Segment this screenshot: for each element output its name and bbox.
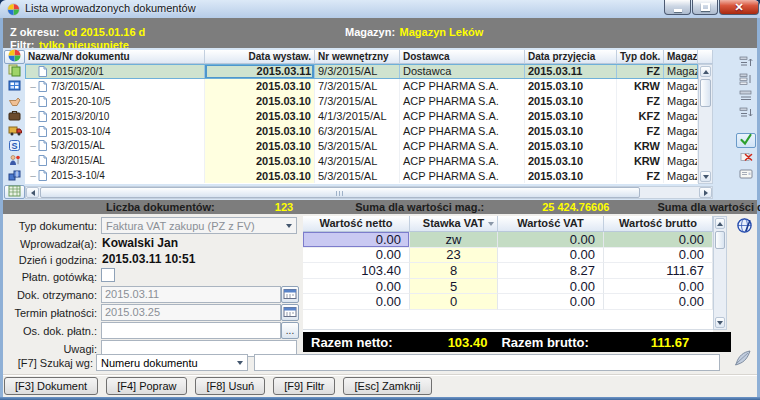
app-window: Lista wprowadzonych dokumentów ✕ Z okres… (0, 0, 760, 400)
column-header-5[interactable]: Data przyjęcia (525, 50, 617, 64)
f3-dokument-button[interactable]: [F3] Dokument (4, 377, 98, 395)
documents-hscrollbar[interactable] (25, 186, 713, 199)
cell-date-issued: 2015.03.10 (205, 79, 315, 94)
cell-date-received: 2015.03.11 (525, 64, 617, 79)
column-header-3[interactable]: Nr wewnętrzny (315, 50, 400, 64)
toolbar-button-confirm-check[interactable] (736, 133, 756, 148)
vat-vscrollbar[interactable] (713, 216, 727, 330)
due-calendar-button[interactable] (281, 304, 299, 321)
cell-warehouse: Magaz (664, 168, 698, 183)
toolbar-button-layout-rows-up[interactable] (736, 55, 756, 70)
f4-popraw-button[interactable]: [F4] Popraw (106, 377, 187, 395)
toolbar-button-layout-rows[interactable] (736, 72, 756, 87)
table-row[interactable]: 2015/3/20/12015.03.119/3/2015/ALDostawca… (25, 64, 698, 79)
vat-table-header: Wartość nettoStawka VATWartość VATWartoś… (303, 216, 713, 232)
cell-name: –2015-03-10/4 (25, 124, 205, 139)
cell-name: –7/3/2015/AL (25, 79, 205, 94)
delete-x-icon (740, 149, 753, 167)
vat-row[interactable]: 103.4088.27111.67 (303, 263, 713, 279)
f8-usun-button[interactable]: [F8] Usuń (195, 377, 265, 395)
vat-row[interactable]: 0.00230.000.00 (303, 248, 713, 264)
scroll-left-button[interactable] (26, 187, 39, 198)
vat-scroll-thumb[interactable] (715, 231, 725, 249)
table-row[interactable]: –4/3/2015/AL2015.03.104/3/2015/ALACP PHA… (25, 153, 698, 168)
scroll-down-button[interactable] (700, 171, 711, 182)
minimize-button[interactable] (664, 0, 691, 15)
grid-icon (8, 183, 21, 201)
table-row[interactable]: –2015-03-10/42015.03.106/3/2015/ALACP PH… (25, 124, 698, 139)
close-button[interactable]: ✕ (719, 0, 759, 15)
document-name: 7/3/2015/AL (51, 81, 105, 92)
received-calendar-button[interactable] (281, 286, 299, 303)
vat-cell: 0.00 (303, 294, 410, 310)
column-header-1[interactable]: Nazwa/Nr dokumentu (25, 50, 205, 64)
layout-rows-down-icon (739, 105, 753, 123)
vat-row[interactable]: 0.0050.000.00 (303, 279, 713, 295)
total-netto-label: Razem netto: (311, 335, 393, 350)
vat-row[interactable]: 0.0000.000.00 (303, 294, 713, 310)
column-header-6[interactable]: Typ dok. (617, 50, 664, 64)
vat-column-header-3[interactable]: Wartość VAT (498, 216, 604, 232)
table-row[interactable]: –7/3/2015/AL2015.03.107/3/2015/ALACP PHA… (25, 79, 698, 94)
vat-scroll-up-button[interactable] (715, 218, 725, 229)
payer-browse-button[interactable]: ... (281, 322, 299, 339)
column-header-spacer (698, 50, 713, 64)
toolbar-button-delete-x[interactable] (736, 150, 756, 165)
due-date-label: Termin płatności: (2, 307, 97, 319)
vat-column-header-1[interactable]: Wartość netto (303, 216, 410, 232)
cell-warehouse: Magaz (664, 153, 698, 168)
toolbar-button-packages[interactable] (4, 169, 25, 184)
cell-doc-type: KRW (617, 138, 664, 153)
cash-payment-checkbox[interactable] (101, 268, 115, 282)
table-row[interactable]: –2015/3/20/102015.03.104/1/3/2015/ALACP … (25, 109, 698, 124)
footer-divider (3, 374, 757, 376)
payer-label: Os. dok. płatn.: (2, 325, 97, 337)
maximize-button[interactable] (692, 0, 718, 15)
globe-help-icon[interactable] (736, 217, 753, 238)
card-icon (739, 166, 753, 184)
grid-corner-button[interactable] (4, 185, 25, 199)
column-header-4[interactable]: Dostawca (400, 50, 525, 64)
doc-type-select[interactable]: Faktura VAT zakupu (PZ z FV) (101, 217, 297, 234)
table-row[interactable]: –5/3/2015/AL2015.03.105/3/2015/ALACP PHA… (25, 138, 698, 153)
tree-dash: – (28, 155, 38, 166)
column-header-7[interactable]: Magazyn (664, 50, 698, 64)
search-mode-select[interactable]: Numeru dokumentu (96, 354, 248, 371)
payer-field[interactable] (101, 322, 281, 339)
toolbar-button-layout-rows-wide[interactable] (736, 89, 756, 104)
cell-date-issued: 2015.03.10 (205, 124, 315, 139)
toolbar-button-layout-rows-down[interactable] (736, 106, 756, 121)
titlebar[interactable]: Lista wprowadzonych dokumentów ✕ (0, 0, 760, 18)
hscroll-thumb[interactable] (40, 187, 640, 198)
vat-cell: 0.00 (498, 294, 604, 310)
documents-vscrollbar[interactable] (698, 64, 713, 184)
table-row[interactable]: –2015-3-10/42015.03.105/3/2015/ALACP PHA… (25, 168, 698, 183)
warehouse-value: Magazyn Leków (400, 26, 484, 38)
scroll-right-button[interactable] (699, 187, 712, 198)
f9-filtr-button[interactable]: [F9] Filtr (273, 377, 335, 395)
scroll-thumb[interactable] (700, 79, 711, 107)
toolbar-button-card[interactable] (736, 167, 756, 182)
layout-rows-wide-icon (739, 88, 753, 106)
documents-table: 2015/3/20/12015.03.119/3/2015/ALDostawca… (25, 64, 698, 184)
vat-row[interactable]: 0.00zw0.000.00 (303, 232, 713, 248)
doc-received-field[interactable]: 2015.03.11 (101, 286, 281, 303)
search-input[interactable] (254, 354, 720, 371)
vat-column-header-4[interactable]: Wartość brutto (604, 216, 713, 232)
vat-scroll-down-button[interactable] (715, 317, 725, 328)
vat-column-header-2[interactable]: Stawka VAT (410, 216, 498, 232)
cell-date-received: 2015.03.10 (525, 168, 617, 183)
left-toolbar: S (4, 64, 25, 184)
vat-cell: 0.00 (303, 232, 410, 248)
column-header-2[interactable]: Data wystaw. (205, 50, 315, 64)
datetime-label: Dzień i godzina: (2, 254, 97, 266)
esc-zamknij-button[interactable]: [Esc] Zamknij (343, 377, 431, 395)
doc-type-label: Typ dokumentu: (2, 220, 97, 232)
scroll-up-button[interactable] (700, 66, 711, 77)
table-row[interactable]: –2015-20-10/52015.03.107/3/2015/ALACP PH… (25, 94, 698, 109)
document-icon (38, 96, 47, 107)
layout-rows-icon (739, 71, 753, 89)
due-date-field[interactable]: 2015.03.25 (101, 304, 281, 321)
cell-date-received: 2015.03.10 (525, 109, 617, 124)
cell-date-received: 2015.03.10 (525, 124, 617, 139)
